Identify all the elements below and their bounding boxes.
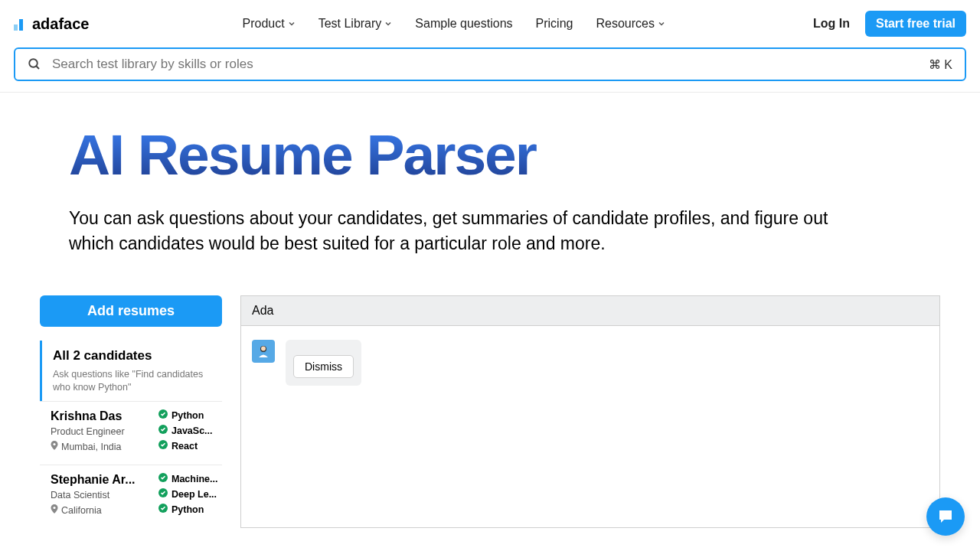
svg-rect-1 [19, 19, 23, 31]
chat-icon [936, 507, 955, 526]
chevron-down-icon [658, 17, 665, 31]
skill-tag: Python [158, 409, 222, 421]
candidates-group-title: All 2 candidates [53, 348, 216, 364]
check-icon [158, 504, 168, 515]
add-resumes-button[interactable]: Add resumes [40, 295, 222, 327]
page-subtitle: You can ask questions about your candida… [69, 206, 873, 257]
search-icon [28, 57, 41, 71]
search-shortcut: ⌘ K [929, 57, 952, 72]
skill-tag-label: Deep Le... [172, 489, 217, 500]
check-icon [158, 425, 168, 436]
search-input[interactable] [52, 57, 929, 72]
nav-item-label: Pricing [536, 17, 573, 31]
nav-item-label: Resources [596, 17, 654, 31]
svg-point-2 [29, 59, 38, 67]
skill-tag: Machine... [158, 473, 222, 484]
svg-point-4 [53, 443, 55, 445]
page-title: AI Resume Parser [69, 122, 911, 187]
location-pin-icon [51, 441, 58, 452]
search-bar[interactable]: ⌘ K [14, 47, 966, 81]
svg-rect-0 [14, 24, 18, 31]
assistant-message: Dismiss [286, 340, 361, 386]
check-icon [158, 488, 168, 500]
skill-tag-label: React [172, 441, 198, 452]
skill-tag-label: Python [172, 410, 204, 421]
brand-logo[interactable]: adaface [14, 15, 90, 33]
logo-icon [14, 17, 28, 31]
skill-tag: React [158, 440, 222, 452]
nav-item-label: Product [243, 17, 285, 31]
nav-item-resources[interactable]: Resources [596, 17, 665, 31]
start-trial-button[interactable]: Start free trial [865, 11, 966, 37]
skill-tag-label: JavaSc... [172, 425, 213, 436]
main-nav: ProductTest LibrarySample questionsPrici… [243, 17, 665, 31]
check-icon [158, 409, 168, 421]
nav-item-pricing[interactable]: Pricing [536, 17, 573, 31]
skill-tag: Deep Le... [158, 488, 222, 500]
candidate-row[interactable]: Stephanie Ar...Data ScientistCaliforniaM… [40, 465, 222, 528]
nav-item-test-library[interactable]: Test Library [318, 17, 393, 31]
candidate-role: Data Scientist [51, 490, 154, 500]
nav-item-label: Sample questions [415, 17, 512, 31]
candidate-name: Stephanie Ar... [51, 473, 154, 487]
chevron-down-icon [384, 17, 392, 31]
candidate-name: Krishna Das [51, 409, 154, 423]
brand-text: adaface [32, 15, 90, 33]
dismiss-button[interactable]: Dismiss [293, 355, 354, 378]
chevron-down-icon [288, 17, 296, 31]
skill-tag-label: Machine... [172, 474, 217, 484]
assistant-avatar [252, 340, 275, 363]
nav-item-label: Test Library [318, 17, 382, 31]
svg-line-3 [36, 66, 39, 69]
candidate-role: Product Engineer [51, 426, 154, 437]
nav-item-product[interactable]: Product [243, 17, 296, 31]
skill-tag-label: Python [172, 504, 204, 515]
location-pin-icon [51, 504, 58, 516]
chat-panel: Ada Dismiss [240, 295, 940, 529]
check-icon [158, 440, 168, 452]
candidate-location: Mumbai, India [51, 441, 154, 452]
skill-tag: Python [158, 504, 222, 515]
chat-fab[interactable] [926, 497, 965, 536]
check-icon [158, 473, 168, 484]
candidate-row[interactable]: Krishna DasProduct EngineerMumbai, India… [40, 401, 222, 465]
candidates-group-hint: Ask questions like "Find candidates who … [53, 368, 216, 394]
skill-tag: JavaSc... [158, 425, 222, 436]
login-link[interactable]: Log In [813, 17, 850, 31]
panel-title: Ada [241, 296, 939, 326]
nav-item-sample-questions[interactable]: Sample questions [415, 17, 512, 31]
svg-point-8 [53, 507, 55, 509]
svg-point-13 [261, 346, 266, 350]
candidate-location: California [51, 504, 154, 516]
